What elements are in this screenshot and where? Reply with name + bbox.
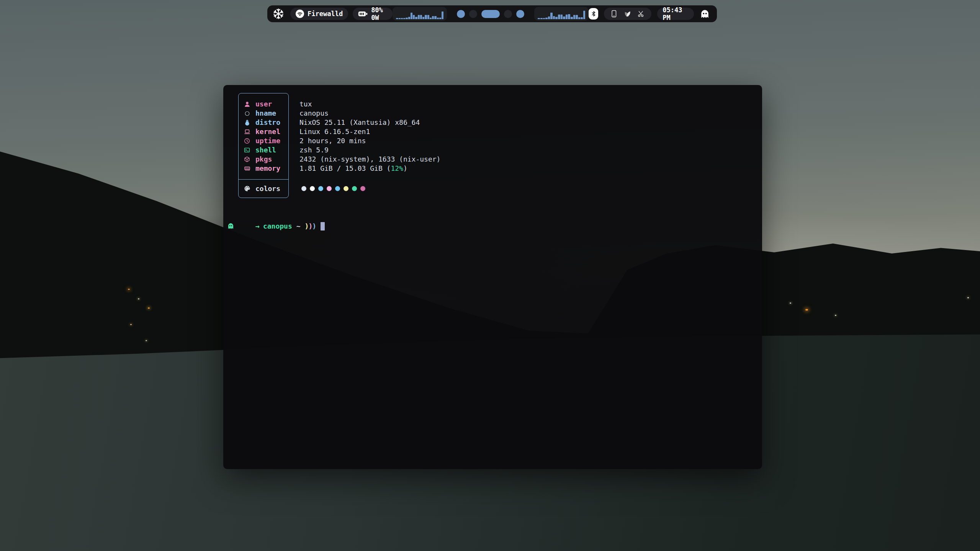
village-light <box>805 309 808 311</box>
color-dot <box>327 186 332 191</box>
color-dot <box>344 186 348 191</box>
phone-icon[interactable] <box>610 10 617 18</box>
color-dot <box>310 186 315 191</box>
prompt-arrow: → <box>255 222 260 231</box>
color-dot <box>301 186 306 191</box>
prompt-chevron: ) <box>308 222 312 231</box>
fetch-key-label: distro <box>255 118 280 127</box>
village-light <box>148 307 150 309</box>
ghost-icon <box>700 9 710 19</box>
battery-icon <box>358 11 368 17</box>
penguin-icon <box>243 119 251 126</box>
village-light <box>138 298 139 299</box>
terminal-color-palette <box>301 184 440 193</box>
village-light <box>835 315 836 316</box>
fetch-key-label: memory <box>255 164 280 173</box>
color-dot <box>318 186 323 191</box>
fetch-key-label: pkgs <box>255 155 272 164</box>
clock-icon <box>243 138 251 144</box>
shell-prompt: → canopus ~ ) ) ) <box>227 204 758 248</box>
fetch-value: canopus <box>299 109 440 118</box>
fetch-value-memory: 1.81 GiB / 15.03 GiB (12%) <box>299 164 440 173</box>
user-icon <box>243 101 251 108</box>
bar-left-group: Firewalld 80% 0W <box>273 8 393 20</box>
memory-icon <box>243 165 251 172</box>
fetch-key-label: uptime <box>255 136 280 146</box>
bar-right-group: 05:43 PM <box>589 8 710 20</box>
memory-value-prefix: 1.81 GiB / 15.03 GiB ( <box>299 164 391 172</box>
fetch-row-user: user <box>239 100 288 109</box>
fetch-row-kernel: kernel <box>239 127 288 136</box>
workspace-dot[interactable] <box>469 10 477 18</box>
nixos-logo-icon[interactable] <box>273 8 284 20</box>
fetch-row-hname: hname <box>239 109 288 118</box>
terminal-icon <box>243 147 251 153</box>
fastfetch-output: user hname <box>238 93 758 198</box>
scissors-icon[interactable] <box>637 10 645 18</box>
color-dot <box>360 186 365 191</box>
village-light <box>790 302 791 304</box>
terminal-window[interactable]: user hname <box>223 85 762 469</box>
palette-icon <box>243 185 251 192</box>
prompt-chevron: ) <box>312 222 316 231</box>
memory-value-suffix: ) <box>403 164 407 172</box>
village-light <box>967 297 969 298</box>
fetch-value: 2432 (nix-system), 1633 (nix-user) <box>299 155 440 164</box>
ghost-menu-button[interactable] <box>700 9 710 19</box>
fetch-key-label: hname <box>255 109 276 118</box>
status-bar: Firewalld 80% 0W <box>267 5 717 22</box>
fetch-row-pkgs: pkgs <box>239 155 288 164</box>
fetch-value: 2 hours, 20 mins <box>299 136 440 146</box>
circle-icon <box>243 111 251 116</box>
network-label: Firewalld <box>308 10 343 18</box>
terminal-cursor[interactable] <box>321 222 325 231</box>
fetch-key-rows: user hname <box>239 93 288 179</box>
fetch-value: NixOS 25.11 (Xantusia) x86_64 <box>299 118 440 127</box>
village-light <box>128 289 130 290</box>
workspace-dot[interactable] <box>516 10 524 18</box>
fetch-key-label: user <box>255 100 272 109</box>
network-widget[interactable]: Firewalld <box>290 8 348 20</box>
bar-center-group <box>393 7 589 21</box>
prompt-host: canopus <box>263 222 292 231</box>
battery-label: 80% 0W <box>371 6 387 21</box>
fetch-key-label: shell <box>255 146 276 155</box>
fetch-row-memory: memory <box>239 164 288 173</box>
prompt-ghost-icon <box>227 204 252 248</box>
cpu-history-graph[interactable] <box>393 7 447 21</box>
workspace-dot[interactable] <box>504 10 512 18</box>
village-light <box>130 324 132 325</box>
prompt-path: ~ <box>296 222 301 231</box>
fetch-row-uptime: uptime <box>239 136 288 146</box>
bluetooth-icon <box>590 10 597 17</box>
fetch-row-distro: distro <box>239 118 288 127</box>
fetch-value: tux <box>299 100 440 109</box>
fetch-value: Linux 6.16.5-zen1 <box>299 127 440 136</box>
workspace-switcher <box>457 10 524 18</box>
fetch-key-label: colors <box>255 184 280 193</box>
clock-widget[interactable]: 05:43 PM <box>657 8 694 20</box>
village-light <box>146 340 147 341</box>
fetch-row-colors: colors <box>239 184 280 193</box>
clock-label: 05:43 PM <box>663 6 689 21</box>
color-dot <box>352 186 357 191</box>
battery-widget[interactable]: 80% 0W <box>353 8 393 20</box>
fetch-key-box: user hname <box>238 93 289 198</box>
fetch-value: zsh 5.9 <box>299 146 440 155</box>
wifi-icon <box>296 10 304 18</box>
fetch-values: tux canopus NixOS 25.11 (Xantusia) x86_6… <box>299 93 440 198</box>
bluetooth-button[interactable] <box>589 8 598 20</box>
laptop-icon <box>243 129 251 135</box>
leaf-icon[interactable] <box>623 10 631 18</box>
fetch-key-label: kernel <box>255 127 280 136</box>
package-icon <box>243 156 251 162</box>
tray-widget <box>604 8 651 20</box>
fetch-row-shell: shell <box>239 146 288 155</box>
memory-history-graph[interactable] <box>534 7 589 21</box>
prompt-chevron: ) <box>305 222 309 231</box>
color-dot <box>335 186 340 191</box>
workspace-dot[interactable] <box>457 10 465 18</box>
fetch-colors-box: colors <box>239 179 288 198</box>
memory-percent: 12% <box>391 164 403 172</box>
workspace-dot[interactable] <box>481 10 500 18</box>
